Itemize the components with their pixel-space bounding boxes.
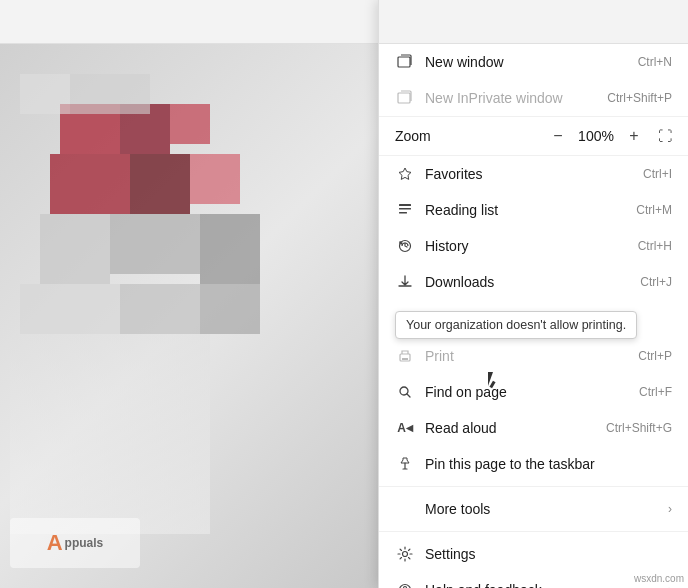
find-on-page-icon: [395, 382, 415, 402]
menu-label-new-window: New window: [425, 54, 628, 70]
svg-rect-7: [402, 358, 408, 360]
zoom-fullscreen-btn[interactable]: ⛶: [658, 128, 672, 144]
menu-label-inprivate: New InPrivate window: [425, 90, 597, 106]
more-tools-arrow: ›: [668, 502, 672, 516]
menu-item-new-window[interactable]: New window Ctrl+N: [379, 44, 688, 80]
help-icon: [395, 580, 415, 588]
menu-label-help-feedback: Help and feedback: [425, 582, 664, 588]
shortcut-read-aloud: Ctrl+Shift+G: [606, 421, 672, 435]
svg-rect-0: [398, 57, 410, 67]
inprivate-icon: [395, 88, 415, 108]
history-icon: [395, 236, 415, 256]
zoom-decrease-btn[interactable]: −: [546, 124, 570, 148]
menu-label-pin-taskbar: Pin this page to the taskbar: [425, 456, 672, 472]
shortcut-reading-list: Ctrl+M: [636, 203, 672, 217]
context-menu: New window Ctrl+N New InPrivate window C…: [378, 0, 688, 588]
shortcut-new-window: Ctrl+N: [638, 55, 672, 69]
menu-item-find-on-page[interactable]: Find on page Ctrl+F: [379, 374, 688, 410]
menu-item-favorites[interactable]: Favorites Ctrl+I: [379, 156, 688, 192]
print-icon: [395, 346, 415, 366]
svg-rect-2: [399, 204, 411, 206]
menu-item-inprivate: New InPrivate window Ctrl+Shift+P: [379, 80, 688, 116]
menu-item-history[interactable]: History Ctrl+H: [379, 228, 688, 264]
menu-divider-1: [379, 486, 688, 487]
menu-item-pin-taskbar[interactable]: Pin this page to the taskbar: [379, 446, 688, 482]
page-content-area: A ppuals: [0, 44, 380, 588]
svg-point-9: [403, 552, 408, 557]
menu-label-settings: Settings: [425, 546, 672, 562]
menu-label-favorites: Favorites: [425, 166, 633, 182]
menu-label-read-aloud: Read aloud: [425, 420, 596, 436]
zoom-controls: − 100% + ⛶: [546, 124, 672, 148]
menu-divider-2: [379, 531, 688, 532]
menu-label-downloads: Downloads: [425, 274, 630, 290]
zoom-row: Zoom − 100% + ⛶: [379, 116, 688, 156]
svg-rect-1: [398, 93, 410, 103]
svg-rect-3: [399, 208, 411, 210]
favorites-icon: [395, 164, 415, 184]
shortcut-inprivate: Ctrl+Shift+P: [607, 91, 672, 105]
zoom-label: Zoom: [395, 128, 546, 144]
shortcut-history: Ctrl+H: [638, 239, 672, 253]
settings-icon: [395, 544, 415, 564]
menu-item-reading-list[interactable]: Reading list Ctrl+M: [379, 192, 688, 228]
menu-label-reading-list: Reading list: [425, 202, 626, 218]
shortcut-print: Ctrl+P: [638, 349, 672, 363]
watermark: wsxdn.com: [634, 573, 684, 584]
new-window-icon: [395, 52, 415, 72]
read-aloud-icon: A◀: [395, 418, 415, 438]
menu-item-more-tools[interactable]: More tools ›: [379, 491, 688, 527]
downloads-icon: [395, 272, 415, 292]
menu-item-settings[interactable]: Settings: [379, 536, 688, 572]
menu-label-print: Print: [425, 348, 628, 364]
extensions-icon: [395, 308, 415, 328]
menu-label-history: History: [425, 238, 628, 254]
menu-item-read-aloud[interactable]: A◀ Read aloud Ctrl+Shift+G: [379, 410, 688, 446]
shortcut-find-on-page: Ctrl+F: [639, 385, 672, 399]
menu-label-extensions: Extensions: [425, 310, 672, 326]
zoom-value: 100%: [578, 128, 614, 144]
menu-item-extensions[interactable]: Extensions: [379, 300, 688, 336]
more-tools-icon: [395, 499, 415, 519]
zoom-increase-btn[interactable]: +: [622, 124, 646, 148]
pin-taskbar-icon: [395, 454, 415, 474]
menu-item-downloads[interactable]: Downloads Ctrl+J: [379, 264, 688, 300]
menu-label-more-tools: More tools: [425, 501, 664, 517]
svg-rect-4: [399, 212, 407, 214]
menu-label-find-on-page: Find on page: [425, 384, 629, 400]
shortcut-favorites: Ctrl+I: [643, 167, 672, 181]
menu-item-print: Print Ctrl+P: [379, 338, 688, 374]
reading-list-icon: [395, 200, 415, 220]
shortcut-downloads: Ctrl+J: [640, 275, 672, 289]
menu-top-bar: [379, 0, 688, 44]
